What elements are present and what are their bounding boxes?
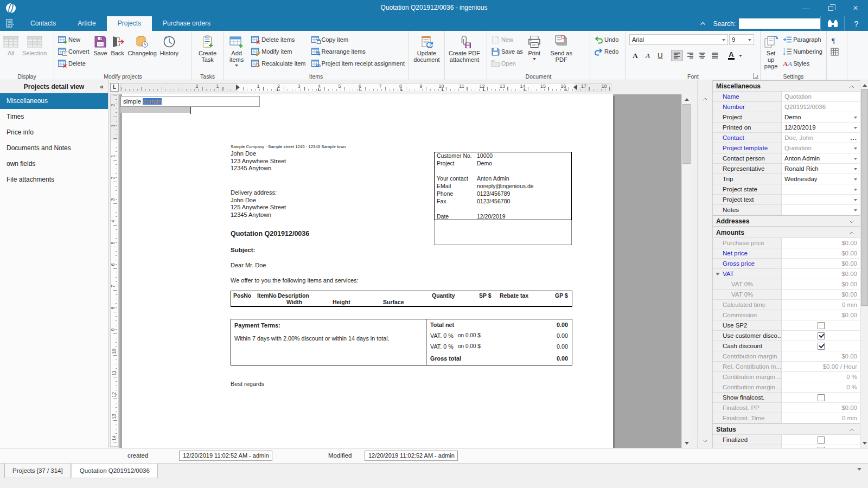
- font-color-button[interactable]: A: [725, 50, 737, 61]
- tab-list-dropdown-icon[interactable]: [857, 468, 861, 473]
- ribbon-button-icon[interactable]: ¶: [829, 34, 843, 46]
- ribbon-button-selection[interactable]: Selection: [21, 32, 48, 56]
- doc-tab-quotation-q201912-0036[interactable]: Quotation Q201912/0036: [72, 464, 158, 478]
- scroll-down-icon[interactable]: [682, 439, 691, 448]
- sidebar-item-price-info[interactable]: Price info: [0, 125, 108, 140]
- ribbon-button-delete-items[interactable]: Delete items: [250, 34, 307, 46]
- panel-row-label[interactable]: Net price: [713, 248, 782, 259]
- tab-stop-marker[interactable]: L: [442, 87, 444, 92]
- scroll-up-icon[interactable]: [682, 94, 691, 104]
- panel-row-value[interactable]: $0.00: [782, 248, 860, 259]
- panel-row-value[interactable]: [782, 205, 860, 215]
- ribbon-button-save[interactable]: Save: [92, 32, 109, 56]
- search-input[interactable]: [739, 18, 820, 29]
- ribbon-button-all[interactable]: All: [1, 32, 21, 56]
- document-scrollbar[interactable]: [681, 94, 691, 448]
- tab-stop-marker[interactable]: L: [565, 87, 568, 92]
- ribbon-collapse-icon[interactable]: [700, 21, 706, 27]
- ribbon-button-changelog[interactable]: Changelog: [126, 32, 158, 56]
- ribbon-button-rearrange-items[interactable]: Rearrange items: [310, 46, 406, 57]
- panel-row-value[interactable]: [782, 393, 860, 403]
- ribbon-button-convert[interactable]: Convert: [56, 46, 91, 57]
- align-right-button[interactable]: [684, 50, 695, 61]
- panel-row-value[interactable]: $0.00: [782, 269, 860, 279]
- tab-projects[interactable]: Projects: [107, 16, 152, 31]
- ribbon-button-new[interactable]: New: [489, 34, 525, 46]
- panel-row-value[interactable]: Anton Admin: [782, 153, 860, 164]
- ribbon-button-delete[interactable]: Delete: [56, 57, 91, 69]
- dropdown-icon[interactable]: [854, 117, 857, 120]
- tab-stop-marker[interactable]: L: [483, 87, 486, 92]
- ribbon-button-recalculate-item[interactable]: Recalculate item: [250, 57, 307, 69]
- tab-stop-marker[interactable]: L: [318, 87, 321, 92]
- ribbon-button-paragraph[interactable]: Paragraph: [781, 34, 824, 46]
- ribbon-button-print[interactable]: Print: [526, 32, 543, 62]
- field-editor-input[interactable]: simple curtain: [120, 96, 260, 107]
- sidebar-collapse-icon[interactable]: «: [100, 83, 104, 91]
- sidebar-item-times[interactable]: Times: [0, 109, 108, 125]
- ribbon-button-redo[interactable]: Redo: [592, 46, 620, 57]
- panel-row-value[interactable]: $0.00: [782, 310, 860, 320]
- dropdown-icon[interactable]: [854, 178, 857, 182]
- checkbox-checked[interactable]: [818, 343, 825, 350]
- expander-icon[interactable]: [716, 273, 720, 278]
- panel-row-value[interactable]: Quotation: [782, 143, 860, 153]
- ribbon-button-icon[interactable]: [829, 46, 843, 57]
- tab-stop-marker[interactable]: L: [359, 87, 362, 92]
- ribbon-button-add-items[interactable]: Add items: [225, 32, 248, 68]
- panel-row-value[interactable]: 0 %: [782, 372, 860, 382]
- find-button[interactable]: [820, 16, 844, 31]
- panel-section-amounts[interactable]: Amounts: [713, 227, 860, 238]
- panel-row-label[interactable]: Project template: [713, 143, 782, 153]
- ribbon-button-save-as[interactable]: Save as: [489, 46, 525, 57]
- doc-tab-projects-37-314[interactable]: Projects [37 / 314]: [4, 464, 71, 478]
- panel-row-value[interactable]: [782, 331, 860, 341]
- panel-row-value[interactable]: [782, 195, 860, 205]
- scroll-down-icon[interactable]: [860, 439, 868, 448]
- ribbon-button-update-document[interactable]: Update document: [410, 32, 443, 63]
- ribbon-button-styles[interactable]: AAStyles: [781, 57, 824, 69]
- font-size-select[interactable]: 9: [729, 34, 754, 45]
- sidebar-item-documents-and-notes[interactable]: Documents and Notes: [0, 140, 108, 156]
- panel-row-value[interactable]: [782, 435, 860, 445]
- ribbon-button-numbering[interactable]: 123Numbering: [781, 46, 824, 57]
- panel-row-value[interactable]: [782, 341, 860, 351]
- ribbon-button-copy-item[interactable]: Copy item: [310, 34, 406, 46]
- panel-row-label[interactable]: Number: [713, 102, 782, 112]
- panel-row-label[interactable]: Gross price: [713, 259, 782, 269]
- help-button[interactable]: ?: [844, 16, 868, 31]
- panel-row-value[interactable]: Quotation: [782, 92, 860, 102]
- close-button[interactable]: ×: [843, 0, 868, 16]
- dropdown-icon[interactable]: [854, 127, 857, 131]
- italic-button[interactable]: A: [642, 50, 654, 61]
- sidebar-item-file-attachments[interactable]: File attachments: [0, 172, 108, 188]
- bold-button[interactable]: A: [629, 50, 641, 61]
- checkbox[interactable]: [818, 436, 825, 444]
- document-canvas[interactable]: Sample Company · Sample street 1245 · 12…: [119, 94, 681, 448]
- dropdown-icon[interactable]: [854, 199, 857, 203]
- underline-button[interactable]: U: [654, 50, 666, 61]
- tab-stop-marker[interactable]: L: [400, 87, 403, 92]
- ribbon-button-history[interactable]: History: [158, 32, 180, 56]
- panel-row-value[interactable]: Demo: [782, 112, 860, 123]
- minimize-button[interactable]: —: [793, 0, 818, 16]
- splitter-expand-icon[interactable]: [703, 438, 708, 444]
- panel-section-status[interactable]: Status: [713, 423, 860, 435]
- left-indent-marker[interactable]: [236, 85, 242, 90]
- panel-row-value[interactable]: [782, 320, 860, 331]
- dropdown-icon[interactable]: [854, 209, 857, 213]
- panel-row-value[interactable]: $0.00: [782, 351, 860, 362]
- panel-row-value[interactable]: Q201912/0036: [782, 102, 860, 112]
- tab-article[interactable]: Article: [67, 16, 106, 31]
- panel-row-label[interactable]: Contact: [713, 133, 782, 143]
- ribbon-button-undo[interactable]: Undo: [592, 34, 620, 46]
- scrollbar-thumb[interactable]: [861, 89, 868, 306]
- restore-button[interactable]: [818, 0, 843, 16]
- scroll-up-icon[interactable]: [860, 80, 868, 89]
- panel-row-value[interactable]: $0.00: [782, 259, 860, 269]
- panel-row-value[interactable]: 12/20/2019: [782, 123, 860, 133]
- dropdown-icon[interactable]: [854, 158, 857, 162]
- tab-stop-marker[interactable]: L: [524, 87, 527, 92]
- panel-row-value[interactable]: $0.00: [782, 279, 860, 290]
- ribbon-button-create-pdf-attachment[interactable]: Create PDF attachment: [446, 32, 483, 63]
